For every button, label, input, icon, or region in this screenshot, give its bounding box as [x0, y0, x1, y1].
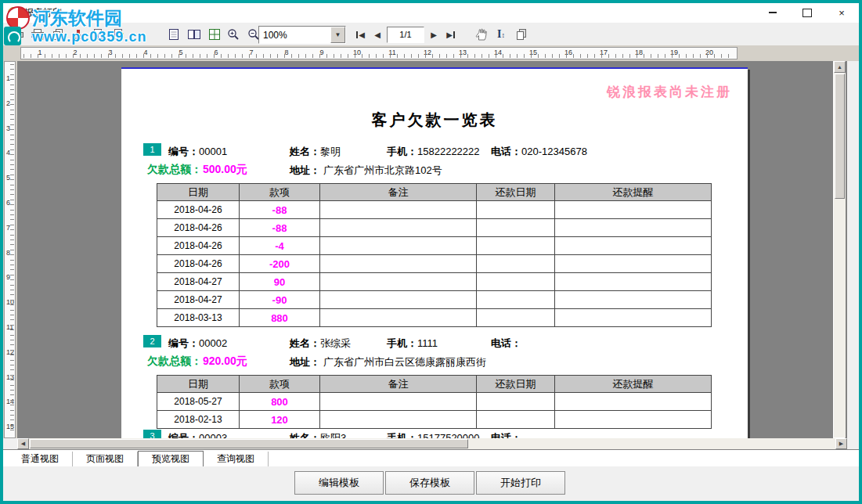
field-label: 电话：	[491, 337, 521, 349]
column-header: 款项	[240, 376, 320, 393]
empty-cell	[320, 393, 477, 411]
print-setup-button[interactable]	[28, 26, 47, 43]
h-ruler-number: 12	[424, 49, 431, 56]
print-tool-group	[8, 25, 128, 44]
column-header: 还款提醒	[555, 184, 712, 201]
print-button[interactable]	[8, 26, 27, 43]
maximize-button[interactable]	[790, 3, 824, 22]
tab-page-view[interactable]: 页面视图	[73, 452, 138, 466]
text-select-tool-button[interactable]: I↕	[492, 26, 510, 43]
column-header: 还款提醒	[555, 376, 712, 393]
debt-total-label: 欠款总额：	[147, 163, 202, 177]
scroll-right-icon[interactable]: ▶	[835, 438, 847, 449]
tab-query-view[interactable]: 查询视图	[204, 452, 269, 466]
title-bar: 报表打印 ×	[3, 3, 859, 22]
prev-page-button[interactable]: ◀	[370, 26, 385, 43]
save-template-button[interactable]: 保存模板	[385, 471, 474, 495]
search-doc-button[interactable]	[89, 26, 108, 43]
minimize-icon	[769, 12, 777, 13]
page-indicator[interactable]: 1/1	[387, 27, 424, 43]
window-title: 报表打印	[24, 6, 62, 20]
amount-cell: -88	[240, 219, 320, 237]
horizontal-ruler: 1234567891011121314151617181920	[3, 45, 859, 61]
text-cursor-icon: I↕	[497, 28, 505, 41]
first-page-button[interactable]: ◀	[352, 26, 368, 43]
debt-total-value: 500.00元	[203, 163, 247, 177]
minimize-button[interactable]	[756, 3, 790, 22]
last-page-button[interactable]: ▶	[443, 26, 459, 43]
field-value: 00001	[199, 146, 227, 157]
zoom-in-button[interactable]	[224, 26, 243, 43]
field-label: 电话：	[491, 146, 521, 157]
empty-cell	[555, 237, 712, 255]
record-field: 电话：	[491, 431, 521, 438]
tab-normal-view[interactable]: 普通视图	[8, 452, 73, 466]
date-cell: 2018-04-26	[157, 255, 240, 273]
debt-total-value: 920.00元	[203, 355, 247, 369]
address-label: 地址：	[290, 355, 320, 369]
empty-cell	[555, 411, 712, 429]
action-button-bar: 编辑模板保存模板开始打印	[3, 466, 859, 501]
column-header: 日期	[157, 184, 240, 201]
empty-cell	[320, 411, 477, 429]
tab-preview-view[interactable]: 预览视图	[138, 451, 204, 467]
field-label: 姓名：	[290, 337, 320, 349]
vertical-scrollbar[interactable]: ▲ ▼	[833, 61, 846, 449]
facing-pages-button[interactable]	[185, 26, 204, 43]
copy-page-button[interactable]	[512, 26, 531, 43]
h-ruler-number: 9	[319, 49, 323, 56]
column-header: 备注	[320, 376, 477, 393]
record-field: 手机：15822222222	[387, 145, 480, 159]
h-ruler-number: 18	[635, 49, 643, 56]
edit-doc-button[interactable]	[110, 26, 128, 43]
export-button[interactable]	[49, 26, 67, 43]
first-page-icon	[356, 31, 358, 38]
v-ruler-number: 9	[6, 273, 10, 281]
v-ruler-number: 6	[6, 199, 10, 207]
field-value: 黎明	[320, 146, 341, 157]
printer-setup-icon	[31, 29, 44, 40]
date-cell: 2018-04-27	[157, 273, 240, 291]
single-page-button[interactable]	[164, 26, 183, 43]
pages-icon	[52, 29, 63, 40]
horizontal-scroll-thumb[interactable]	[30, 439, 468, 448]
empty-cell	[320, 291, 477, 309]
empty-cell	[477, 291, 555, 309]
h-ruler-number: 8	[284, 49, 288, 56]
column-header: 日期	[157, 376, 240, 393]
h-ruler-number: 2	[73, 49, 77, 56]
field-label: 姓名：	[290, 146, 320, 157]
date-cell: 2018-04-26	[157, 237, 240, 255]
stamp-button[interactable]	[69, 26, 88, 43]
field-label: 手机：	[387, 337, 417, 349]
multi-page-button[interactable]	[205, 26, 224, 43]
zoom-combobox[interactable]: 100% ▼	[258, 26, 346, 44]
page-navigation-group: ◀ ◀ 1/1 ▶ ▶	[352, 25, 459, 44]
next-page-button[interactable]: ▶	[426, 26, 442, 43]
pan-tool-button[interactable]	[471, 26, 490, 43]
empty-cell	[320, 255, 477, 273]
record-field: 编号：00002	[168, 337, 227, 351]
debt-table: 日期款项备注还款日期还款提醒2018-05-278002018-02-13120	[157, 375, 712, 429]
horizontal-scrollbar[interactable]: ◀ ▶	[17, 438, 847, 449]
edit-template-button[interactable]: 编辑模板	[294, 471, 384, 495]
debt-table-row: 2018-04-26-88	[157, 219, 712, 237]
h-ruler-number: 4	[143, 49, 147, 56]
scroll-left-icon[interactable]: ◀	[17, 438, 29, 449]
close-button[interactable]: ×	[824, 3, 859, 22]
empty-cell	[320, 273, 477, 291]
empty-cell	[477, 393, 555, 411]
field-value: 欧阳3	[320, 432, 346, 438]
chevron-down-icon[interactable]: ▼	[330, 27, 345, 43]
start-print-button[interactable]: 开始打印	[476, 471, 565, 495]
debt-table-header-row: 日期款项备注还款日期还款提醒	[157, 184, 712, 201]
empty-cell	[555, 201, 712, 219]
field-label: 编号：	[168, 146, 199, 157]
h-ruler-number: 10	[353, 49, 361, 56]
vertical-scroll-thumb[interactable]	[835, 74, 845, 199]
scroll-up-icon[interactable]: ▲	[834, 61, 846, 73]
record-field: 编号：00001	[168, 145, 227, 159]
h-ruler-number: 16	[564, 49, 572, 56]
record-index-badge: 2	[143, 335, 161, 347]
field-label: 电话：	[491, 432, 521, 438]
